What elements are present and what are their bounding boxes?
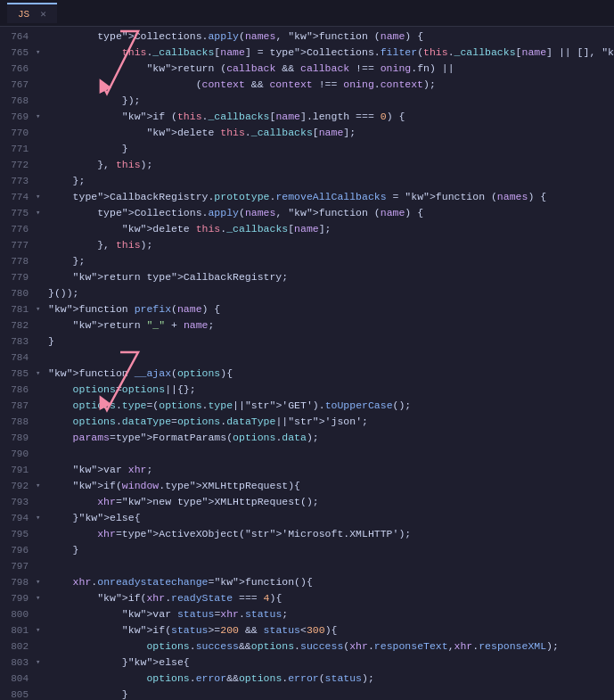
fold-arrow-icon[interactable]: [36, 253, 48, 269]
code-line: ▾ "kw">if(window.type">XMLHttpRequest){: [36, 478, 614, 494]
fold-arrow-icon[interactable]: [36, 141, 48, 157]
fold-arrow-icon[interactable]: [36, 285, 48, 301]
code-line: }: [36, 141, 614, 157]
code-line: (context && context !== oning.context);: [36, 77, 614, 93]
code-content: options.type=(options.type||"str">'GET')…: [48, 398, 614, 414]
code-line: ▾"kw">function prefix(name) {: [36, 301, 614, 317]
fold-arrow-icon[interactable]: ▾: [36, 45, 48, 61]
fold-arrow-icon[interactable]: ▾: [36, 655, 48, 671]
code-line: ▾ type">CallbackRegistry.prototype.remov…: [36, 189, 614, 205]
code-line: ▾ "kw">if (this._callbacks[name].length …: [36, 109, 614, 125]
fold-arrow-icon[interactable]: [36, 125, 48, 141]
close-icon[interactable]: ✕: [40, 8, 46, 20]
fold-arrow-icon[interactable]: ▾: [36, 366, 48, 382]
tab-push-uniapp[interactable]: JS ✕: [7, 3, 57, 23]
line-number: 795: [7, 526, 29, 542]
code-content: }());: [48, 285, 614, 301]
code-content: "kw">return type">CallbackRegistry;: [48, 269, 614, 285]
fold-arrow-icon[interactable]: [36, 494, 48, 510]
fold-arrow-icon[interactable]: [36, 382, 48, 398]
code-content: }, this);: [48, 157, 614, 173]
fold-arrow-icon[interactable]: [36, 237, 48, 253]
code-content: (context && context !== oning.context);: [48, 77, 614, 93]
code-line: xhr=type">ActiveXObject("str">'Microsoft…: [36, 526, 614, 542]
fold-arrow-icon[interactable]: [36, 317, 48, 334]
code-line: ▾ this._callbacks[name] = type">Collecti…: [36, 45, 614, 61]
fold-arrow-icon[interactable]: [36, 93, 48, 109]
line-number: 802: [7, 638, 29, 655]
code-line: ▾ "kw">if(xhr.readyState === 4){: [36, 590, 614, 606]
code-line: "kw">return "_" + name;: [36, 317, 614, 334]
code-content: "kw">var status=xhr.status;: [48, 606, 614, 622]
code-content: options.dataType=options.dataType||"str"…: [48, 414, 614, 430]
fold-arrow-icon[interactable]: [36, 350, 48, 366]
fold-arrow-icon[interactable]: ▾: [36, 301, 48, 317]
fold-arrow-icon[interactable]: [36, 606, 48, 622]
code-content: xhr=type">ActiveXObject("str">'Microsoft…: [48, 526, 614, 542]
code-line: }());: [36, 285, 614, 301]
fold-arrow-icon[interactable]: [36, 558, 48, 574]
fold-arrow-icon[interactable]: ▾: [36, 109, 48, 125]
fold-arrow-icon[interactable]: [36, 542, 48, 558]
fold-arrow-icon[interactable]: [36, 638, 48, 655]
line-number: 794: [7, 510, 29, 526]
code-line: "kw">var xhr;: [36, 462, 614, 478]
fold-arrow-icon[interactable]: [36, 526, 48, 542]
line-number: 796: [7, 542, 29, 558]
fold-arrow-icon[interactable]: [36, 398, 48, 414]
code-line: options.success&&options.success(xhr.res…: [36, 638, 614, 655]
code-content: options.success&&options.success(xhr.res…: [48, 638, 614, 655]
fold-arrow-icon[interactable]: ▾: [36, 622, 48, 638]
fold-arrow-icon[interactable]: [36, 671, 48, 687]
line-number: 764: [7, 29, 29, 45]
fold-arrow-icon[interactable]: ▾: [36, 590, 48, 606]
fold-arrow-icon[interactable]: [36, 173, 48, 189]
code-line: options.dataType=options.dataType||"str"…: [36, 414, 614, 430]
line-number: 782: [7, 317, 29, 334]
fold-arrow-icon[interactable]: [36, 77, 48, 93]
code-content: type">Collections.apply(names, "kw">func…: [48, 29, 614, 45]
code-content: xhr="kw">new type">XMLHttpRequest();: [48, 494, 614, 510]
line-number: 774: [7, 189, 29, 205]
fold-arrow-icon[interactable]: ▾: [36, 189, 48, 205]
code-content: }"kw">else{: [48, 510, 614, 526]
line-number: 784: [7, 350, 29, 366]
fold-arrow-icon[interactable]: [36, 157, 48, 173]
line-number: 788: [7, 414, 29, 430]
line-number: 803: [7, 655, 29, 671]
fold-arrow-icon[interactable]: [36, 430, 48, 446]
code-line: }: [36, 687, 614, 700]
fold-arrow-icon[interactable]: ▾: [36, 478, 48, 494]
code-content: "kw">if(xhr.readyState === 4){: [48, 590, 614, 606]
fold-arrow-icon[interactable]: [36, 61, 48, 77]
code-content: "kw">function __ajax(options){: [48, 366, 614, 382]
line-number: 805: [7, 687, 29, 700]
code-line: options.error&&options.error(status);: [36, 671, 614, 687]
line-number: 780: [7, 285, 29, 301]
fold-arrow-icon[interactable]: ▾: [36, 574, 48, 590]
fold-arrow-icon[interactable]: ▾: [36, 205, 48, 221]
fold-arrow-icon[interactable]: [36, 221, 48, 237]
fold-arrow-icon[interactable]: [36, 414, 48, 430]
code-content: "kw">delete this._callbacks[name];: [48, 125, 614, 141]
code-content: }: [48, 141, 614, 157]
line-number: 771: [7, 141, 29, 157]
code-line: "kw">return type">CallbackRegistry;: [36, 269, 614, 285]
code-content: xhr.onreadystatechange="kw">function(){: [48, 574, 614, 590]
fold-arrow-icon[interactable]: [36, 687, 48, 700]
fold-arrow-icon[interactable]: [36, 462, 48, 478]
fold-arrow-icon[interactable]: [36, 446, 48, 462]
code-content: }: [48, 687, 614, 700]
code-line: }, this);: [36, 237, 614, 253]
fold-arrow-icon[interactable]: [36, 269, 48, 285]
code-line: "kw">delete this._callbacks[name];: [36, 125, 614, 141]
fold-arrow-icon[interactable]: [36, 29, 48, 45]
line-number: 769: [7, 109, 29, 125]
fold-arrow-icon[interactable]: [36, 334, 48, 350]
code-content: }: [48, 542, 614, 558]
line-number: 772: [7, 157, 29, 173]
line-number: 768: [7, 93, 29, 109]
fold-arrow-icon[interactable]: ▾: [36, 510, 48, 526]
code-content: "kw">if(window.type">XMLHttpRequest){: [48, 478, 614, 494]
line-number: 770: [7, 125, 29, 141]
